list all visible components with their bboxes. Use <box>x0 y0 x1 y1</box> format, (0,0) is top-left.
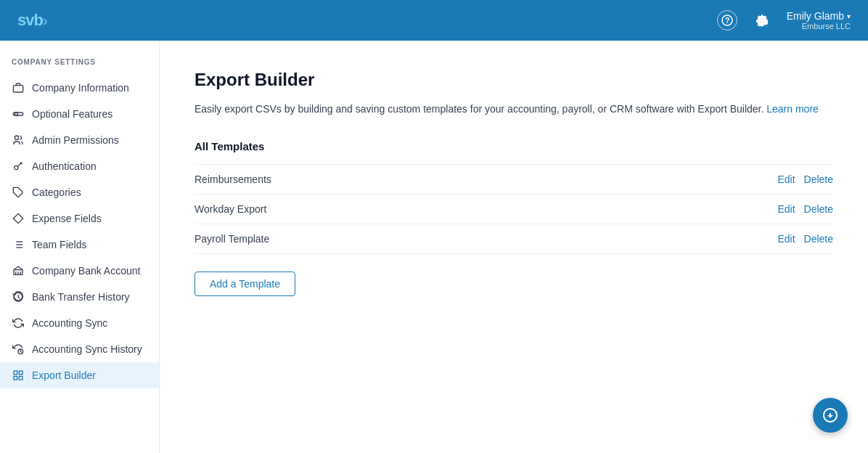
header: svb › ? Emily Glamb ▾ Emburse LLC <box>0 0 868 41</box>
sidebar-item-company-information[interactable]: Company Information <box>0 75 159 101</box>
svg-point-6 <box>15 166 18 169</box>
templates-list: Reimbursements Edit Delete Workday Expor… <box>195 164 833 254</box>
layout: COMPANY SETTINGS Company Information Opt… <box>0 41 868 453</box>
template-name: Reimbursements <box>195 174 271 185</box>
svg-rect-21 <box>14 371 17 375</box>
key-icon <box>12 160 25 173</box>
all-templates-label: All Templates <box>195 140 833 152</box>
table-row: Workday Export Edit Delete <box>195 195 833 224</box>
table-row: Payroll Template Edit Delete <box>195 224 833 254</box>
sidebar-item-label: Authentication <box>32 160 97 172</box>
sidebar-item-accounting-sync-history[interactable]: Accounting Sync History <box>0 336 159 362</box>
svg-rect-24 <box>19 376 22 380</box>
sidebar-item-label: Admin Permissions <box>32 134 119 146</box>
sidebar-item-accounting-sync[interactable]: Accounting Sync <box>0 310 159 336</box>
delete-button[interactable]: Delete <box>804 233 833 245</box>
sidebar-item-export-builder[interactable]: Export Builder <box>0 362 159 388</box>
svg-point-5 <box>15 136 18 139</box>
sidebar-item-categories[interactable]: Categories <box>0 179 159 205</box>
sidebar-item-admin-permissions[interactable]: Admin Permissions <box>0 127 159 153</box>
logo-symbol: › <box>43 12 47 29</box>
diamond-icon <box>12 212 25 225</box>
user-menu[interactable]: Emily Glamb ▾ Emburse LLC <box>787 10 851 30</box>
fab-button[interactable] <box>813 398 848 433</box>
logo-text: svb <box>17 11 43 30</box>
sidebar-item-label: Team Fields <box>32 239 86 250</box>
svg-text:?: ? <box>724 16 729 25</box>
help-icon[interactable]: ? <box>717 10 737 30</box>
toggle-icon <box>12 107 25 121</box>
sidebar-item-label: Categories <box>32 187 81 198</box>
tag-icon <box>12 186 25 199</box>
users-icon <box>12 134 25 147</box>
sidebar-item-label: Bank Transfer History <box>32 291 130 303</box>
sidebar-item-label: Optional Features <box>32 108 112 120</box>
page-description: Easily export CSVs by building and savin… <box>195 102 833 117</box>
template-name: Workday Export <box>195 203 266 215</box>
user-company: Emburse LLC <box>802 22 851 30</box>
sidebar: COMPANY SETTINGS Company Information Opt… <box>0 41 160 453</box>
sidebar-item-label: Accounting Sync <box>32 317 107 329</box>
template-actions: Edit Delete <box>777 203 833 215</box>
page-title: Export Builder <box>195 70 833 90</box>
main-content: Export Builder Easily export CSVs by bui… <box>160 41 868 453</box>
sidebar-item-label: Company Information <box>32 82 129 94</box>
add-template-button[interactable]: Add a Template <box>195 272 295 296</box>
briefcase-icon <box>12 81 25 94</box>
sidebar-section-title: COMPANY SETTINGS <box>0 58 159 75</box>
edit-button[interactable]: Edit <box>777 174 795 185</box>
template-actions: Edit Delete <box>777 174 833 185</box>
sidebar-item-expense-fields[interactable]: Expense Fields <box>0 205 159 232</box>
delete-button[interactable]: Delete <box>804 203 833 215</box>
sidebar-item-optional-features[interactable]: Optional Features <box>0 101 159 127</box>
edit-button[interactable]: Edit <box>777 233 795 245</box>
header-right: ? Emily Glamb ▾ Emburse LLC <box>717 10 851 30</box>
template-actions: Edit Delete <box>777 233 833 245</box>
sidebar-item-company-bank-account[interactable]: Company Bank Account <box>0 258 159 284</box>
template-name: Payroll Template <box>195 233 269 245</box>
sidebar-item-authentication[interactable]: Authentication <box>0 153 159 179</box>
edit-button[interactable]: Edit <box>777 203 795 215</box>
sync-history-icon <box>12 343 25 356</box>
logo[interactable]: svb › <box>17 11 47 30</box>
history-icon <box>12 290 25 303</box>
sidebar-item-label: Accounting Sync History <box>32 343 142 355</box>
chevron-down-icon: ▾ <box>847 12 851 20</box>
sidebar-item-label: Company Bank Account <box>32 265 140 277</box>
bank-icon <box>12 264 25 277</box>
svg-rect-23 <box>14 376 17 380</box>
sidebar-item-team-fields[interactable]: Team Fields <box>0 232 159 258</box>
svg-marker-8 <box>13 213 22 223</box>
learn-more-link[interactable]: Learn more <box>766 103 819 115</box>
list-icon <box>12 238 25 251</box>
settings-icon[interactable] <box>752 10 772 30</box>
svg-rect-2 <box>13 86 22 92</box>
sync-icon <box>12 317 25 330</box>
delete-button[interactable]: Delete <box>804 174 833 185</box>
sidebar-item-bank-transfer-history[interactable]: Bank Transfer History <box>0 284 159 310</box>
user-name: Emily Glamb ▾ <box>787 10 851 22</box>
sidebar-item-label: Export Builder <box>32 370 96 381</box>
grid-icon <box>12 369 25 382</box>
svg-rect-22 <box>19 371 22 375</box>
table-row: Reimbursements Edit Delete <box>195 164 833 195</box>
sidebar-item-label: Expense Fields <box>32 213 102 224</box>
